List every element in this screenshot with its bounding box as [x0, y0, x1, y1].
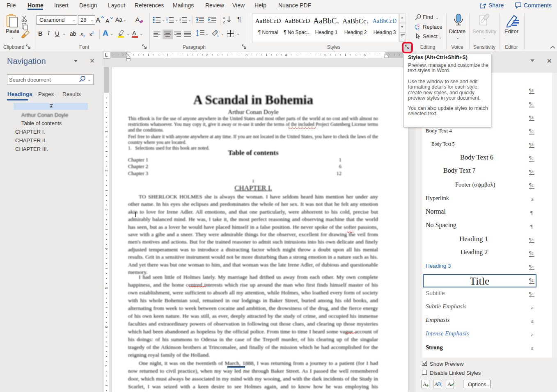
- svg-text:A: A: [223, 16, 225, 20]
- svg-text:3: 3: [166, 21, 168, 23]
- svg-text:3: 3: [179, 21, 181, 23]
- svg-text:Z: Z: [223, 20, 225, 24]
- svg-text:A: A: [105, 18, 110, 24]
- svg-text:A: A: [96, 16, 101, 24]
- svg-text:c: c: [417, 27, 419, 31]
